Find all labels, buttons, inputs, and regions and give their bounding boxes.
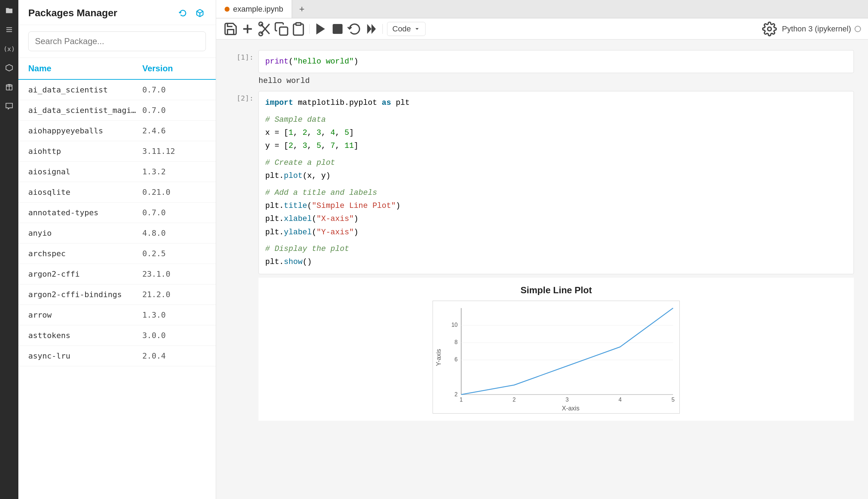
cell-2-code[interactable]: import matplotlib.pyplot as plt # Sample… — [258, 91, 854, 274]
package-name: aiohappyeyeballs — [28, 126, 142, 135]
package-name: aiosignal — [28, 167, 142, 176]
code-line-comment3: # Add a title and labels — [265, 186, 847, 199]
package-name: archspec — [28, 249, 142, 258]
stop-button[interactable] — [330, 22, 345, 36]
table-row[interactable]: archspec 0.2.5 — [18, 244, 216, 264]
svg-rect-2 — [6, 31, 12, 32]
code-line-plot: plt.plot(x, y) — [265, 169, 847, 182]
package-version: 2.4.6 — [142, 126, 206, 135]
package-name: aiosqlite — [28, 188, 142, 197]
package-version: 3.11.12 — [142, 147, 206, 156]
packages-table: Name Version ai_data_scientist 0.7.0 ai_… — [18, 58, 216, 499]
svg-marker-3 — [6, 65, 12, 71]
svg-point-20 — [768, 27, 772, 31]
add-tab-button[interactable]: + — [294, 1, 310, 17]
code-string-hello: "hello world" — [293, 57, 354, 66]
table-row[interactable]: aiosqlite 0.21.0 — [18, 182, 216, 203]
cell-1-content: print("hello world") hello world — [258, 50, 854, 85]
kernel-info: Python 3 (ipykernel) — [782, 24, 861, 34]
code-line-comment2: # Create a plot — [265, 156, 847, 169]
fast-forward-button[interactable] — [364, 22, 379, 36]
table-row[interactable]: anyio 4.8.0 — [18, 223, 216, 244]
cell-1-code[interactable]: print("hello world") — [258, 50, 854, 73]
package-version: 0.2.5 — [142, 249, 206, 258]
copy-button[interactable] — [274, 22, 289, 36]
tab-bar: example.ipynb + — [216, 0, 868, 18]
add-cell-button[interactable] — [240, 22, 255, 36]
cut-button[interactable] — [257, 22, 272, 36]
package-version: 23.1.0 — [142, 270, 206, 278]
code-keyword-print: print — [265, 57, 289, 66]
table-row[interactable]: aiohttp 3.11.12 — [18, 141, 216, 162]
chart-line — [461, 308, 673, 395]
paste-button[interactable] — [291, 22, 306, 36]
kernel-type-selector[interactable]: Code — [387, 22, 426, 36]
restart-button[interactable] — [347, 22, 362, 36]
package-name: annotated-types — [28, 208, 142, 217]
notebook-tab[interactable]: example.ipynb — [216, 0, 292, 18]
sidebar: (x) — [0, 0, 18, 499]
package-version: 21.2.0 — [142, 290, 206, 299]
package-name: async-lru — [28, 351, 142, 360]
svg-text:5: 5 — [672, 397, 675, 403]
table-row[interactable]: annotated-types 0.7.0 — [18, 203, 216, 223]
table-row[interactable]: ai_data_scientist_magi… 0.7.0 — [18, 100, 216, 121]
save-button[interactable] — [223, 22, 238, 36]
table-row[interactable]: asttokens 3.0.0 — [18, 325, 216, 346]
code-line-comment1: # Sample data — [265, 113, 847, 126]
kernel-status-circle — [855, 26, 861, 32]
package-version: 0.21.0 — [142, 188, 206, 197]
svg-text:X-axis: X-axis — [562, 405, 579, 412]
cell-1-output: hello world — [258, 73, 854, 85]
toolbar: Code Python 3 (ipykernel) — [216, 18, 868, 40]
code-line-x: x = [1, 2, 3, 4, 5] — [265, 126, 847, 139]
table-row[interactable]: argon2-cffi 23.1.0 — [18, 264, 216, 284]
table-row[interactable]: aiohappyeyeballs 2.4.6 — [18, 121, 216, 141]
folder-icon[interactable] — [3, 4, 16, 17]
code-line-ylabel: plt.ylabel("Y-axis") — [265, 226, 847, 239]
table-row[interactable]: arrow 1.3.0 — [18, 305, 216, 325]
box-icon[interactable] — [3, 61, 16, 74]
add-package-button[interactable] — [194, 7, 206, 19]
settings-button[interactable] — [762, 22, 777, 36]
package-name: aiohttp — [28, 147, 142, 156]
gift-icon[interactable] — [3, 80, 16, 93]
version-column-header: Version — [142, 64, 206, 73]
panel-header: Packages Manager — [18, 0, 216, 25]
cell-2: [2]: import matplotlib.pyplot as plt # S… — [230, 91, 854, 421]
package-version: 2.0.4 — [142, 351, 206, 360]
table-row[interactable]: ai_data_scientist 0.7.0 — [18, 80, 216, 100]
svg-marker-17 — [367, 24, 371, 34]
svg-text:2: 2 — [454, 391, 458, 397]
cell-2-prompt: [2]: — [230, 91, 258, 102]
svg-marker-18 — [371, 24, 376, 34]
kernel-name-label: Python 3 (ipykernel) — [782, 24, 851, 34]
code-line-title: plt.title("Simple Line Plot") — [265, 199, 847, 212]
panel-title: Packages Manager — [28, 7, 117, 19]
chart-svg-wrap: Y-axis X-axis 2 6 — [266, 301, 847, 414]
chat-icon[interactable] — [3, 100, 16, 112]
name-column-header: Name — [28, 64, 142, 73]
package-name: asttokens — [28, 331, 142, 340]
svg-rect-14 — [296, 23, 301, 25]
table-row[interactable]: aiosignal 1.3.2 — [18, 162, 216, 182]
svg-text:6: 6 — [454, 356, 458, 362]
refresh-button[interactable] — [177, 7, 189, 19]
package-version: 0.7.0 — [142, 106, 206, 115]
variable-icon[interactable]: (x) — [3, 42, 16, 55]
line-chart-svg: Y-axis X-axis 2 6 — [433, 301, 680, 414]
panel-header-icons — [177, 7, 206, 19]
svg-text:10: 10 — [451, 322, 458, 328]
package-name: ai_data_scientist_magi… — [28, 106, 142, 115]
search-container — [18, 25, 216, 58]
search-input[interactable] — [28, 31, 206, 51]
run-button[interactable] — [313, 22, 328, 36]
table-row[interactable]: async-lru 2.0.4 — [18, 346, 216, 366]
list-icon[interactable] — [3, 23, 16, 36]
svg-rect-16 — [333, 24, 343, 34]
chart-title: Simple Line Plot — [266, 285, 847, 296]
code-line-show: plt.show() — [265, 255, 847, 269]
chart-output: Simple Line Plot Y-axis X-axis — [258, 278, 854, 421]
package-version: 4.8.0 — [142, 229, 206, 238]
table-row[interactable]: argon2-cffi-bindings 21.2.0 — [18, 284, 216, 305]
